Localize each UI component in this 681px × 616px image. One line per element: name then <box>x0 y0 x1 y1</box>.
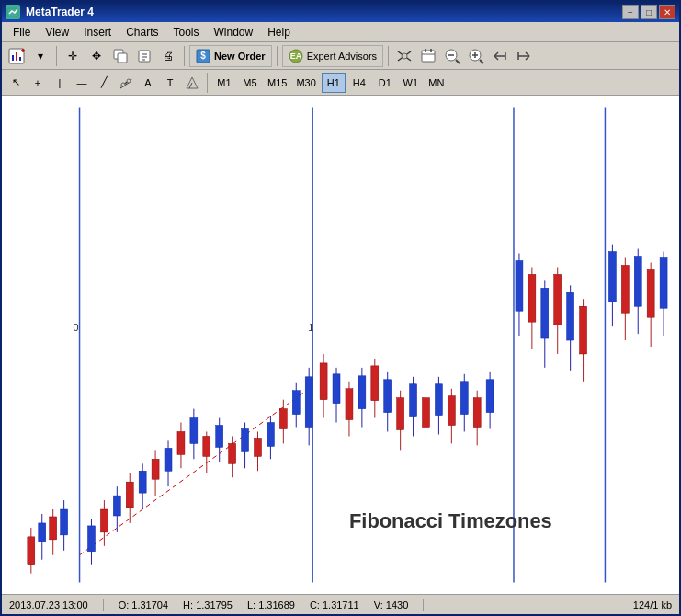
app-icon <box>6 5 20 19</box>
svg-rect-8 <box>118 53 127 63</box>
svg-rect-64 <box>126 482 133 508</box>
tf-m15[interactable]: M15 <box>264 73 290 93</box>
status-sep2 <box>423 599 424 611</box>
svg-text:EA: EA <box>289 51 301 61</box>
svg-rect-96 <box>333 374 340 404</box>
svg-rect-76 <box>203 436 210 456</box>
shapes-tool[interactable] <box>182 73 202 93</box>
zoom-in-btn[interactable] <box>109 45 131 67</box>
svg-line-26 <box>456 60 460 63</box>
indicators-btn[interactable] <box>393 45 415 67</box>
zoom-out-chart-btn[interactable] <box>441 45 463 67</box>
tf-m5[interactable]: M5 <box>238 73 262 93</box>
svg-point-37 <box>121 83 125 86</box>
status-volume: V: 1430 <box>374 599 409 610</box>
menu-window[interactable]: Window <box>207 24 261 40</box>
svg-rect-82 <box>242 429 249 452</box>
dropdown-btn[interactable]: ▾ <box>29 45 51 67</box>
status-high: H: 1.31795 <box>183 599 233 610</box>
crosshair-btn[interactable]: ✛ <box>62 45 84 67</box>
properties-btn[interactable] <box>133 45 155 67</box>
tf-w1[interactable]: W1 <box>399 73 423 93</box>
svg-rect-130 <box>567 292 574 340</box>
text-tool[interactable]: A <box>138 73 158 93</box>
menu-tools[interactable]: Tools <box>166 24 207 40</box>
svg-rect-100 <box>358 376 366 409</box>
chart-area[interactable]: 0 1 <box>2 96 679 594</box>
move-btn[interactable]: ✥ <box>85 45 108 67</box>
tf-h4[interactable]: H4 <box>347 73 371 93</box>
svg-rect-68 <box>152 459 159 479</box>
menu-insert[interactable]: Insert <box>76 24 119 40</box>
status-datetime: 2013.07.23 13:00 <box>9 599 88 610</box>
menu-view[interactable]: View <box>38 24 76 40</box>
svg-rect-142 <box>660 258 667 309</box>
svg-rect-116 <box>460 382 468 415</box>
tf-m30[interactable]: M30 <box>292 73 319 93</box>
new-chart-btn[interactable] <box>6 45 28 67</box>
main-window: MetaTrader 4 − □ ✕ File View Insert Char… <box>0 0 681 616</box>
svg-rect-50 <box>28 537 35 565</box>
svg-rect-132 <box>580 306 587 354</box>
close-button[interactable]: ✕ <box>659 5 675 19</box>
label-tool[interactable]: T <box>160 73 180 93</box>
new-order-button[interactable]: $ New Order <box>189 45 272 67</box>
zoom-in-chart-btn[interactable] <box>465 45 487 67</box>
tf-mn[interactable]: MN <box>425 73 448 93</box>
title-bar: MetaTrader 4 − □ ✕ <box>2 2 679 22</box>
status-bar: 2013.07.23 13:00 O: 1.31704 H: 1.31795 L… <box>2 594 679 614</box>
svg-rect-120 <box>486 380 494 413</box>
minimize-button[interactable]: − <box>622 5 639 19</box>
svg-rect-104 <box>384 380 392 413</box>
svg-rect-70 <box>165 448 172 471</box>
cursor-tool[interactable]: ↖ <box>6 73 26 93</box>
crosshair-tool[interactable]: + <box>28 73 48 93</box>
svg-rect-112 <box>435 384 442 416</box>
status-sep1 <box>103 599 104 611</box>
hline-tool[interactable]: — <box>72 73 92 93</box>
sep3 <box>277 46 278 66</box>
svg-rect-136 <box>621 265 629 313</box>
trendline-tool[interactable]: ╱ <box>94 73 114 93</box>
toolbar1: ▾ ✛ ✥ 🖨 $ New Order <box>2 42 679 70</box>
tf-sep <box>207 73 208 93</box>
chart-svg: 0 1 <box>2 96 679 594</box>
svg-rect-56 <box>61 509 68 535</box>
expert-advisors-button[interactable]: EA Expert Advisors <box>282 45 383 67</box>
svg-rect-86 <box>267 423 274 447</box>
svg-rect-128 <box>554 274 562 325</box>
svg-rect-94 <box>320 363 327 400</box>
maximize-button[interactable]: □ <box>641 5 657 19</box>
vline-tool[interactable]: | <box>50 73 70 93</box>
status-close: C: 1.31711 <box>310 599 359 610</box>
menu-help[interactable]: Help <box>260 24 298 40</box>
title-controls: − □ ✕ <box>622 5 675 19</box>
tf-d1[interactable]: D1 <box>373 73 397 93</box>
tf-m1[interactable]: M1 <box>212 73 236 93</box>
svg-rect-110 <box>423 398 430 428</box>
scroll-left-btn[interactable] <box>489 45 511 67</box>
tf-h1[interactable]: H1 <box>322 73 346 93</box>
svg-rect-98 <box>346 389 353 420</box>
menu-file[interactable]: File <box>6 24 38 40</box>
svg-point-19 <box>402 53 407 59</box>
scroll-right-btn[interactable] <box>513 45 535 67</box>
channels-tool[interactable] <box>116 73 136 93</box>
svg-rect-114 <box>448 396 455 426</box>
svg-rect-66 <box>139 471 146 493</box>
menu-charts[interactable]: Charts <box>119 24 165 40</box>
svg-point-38 <box>127 79 131 83</box>
print-btn[interactable]: 🖨 <box>157 45 179 67</box>
svg-line-30 <box>480 60 483 63</box>
svg-rect-58 <box>87 526 95 552</box>
svg-text:$: $ <box>200 51 206 61</box>
sep1 <box>56 46 57 66</box>
svg-rect-140 <box>647 269 654 317</box>
svg-rect-90 <box>292 391 300 415</box>
svg-rect-52 <box>39 523 46 542</box>
periods-btn[interactable] <box>417 45 439 67</box>
svg-rect-54 <box>50 517 57 540</box>
svg-text:0: 0 <box>74 322 79 333</box>
svg-rect-126 <box>541 288 549 338</box>
svg-rect-72 <box>177 431 185 454</box>
